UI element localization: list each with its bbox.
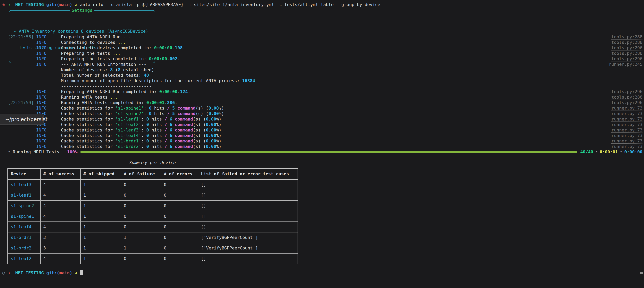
text-segment: Cache statistics for bbox=[61, 133, 115, 138]
text-segment: → bbox=[8, 270, 10, 275]
table-cell: 0 bbox=[161, 243, 198, 253]
log-gap bbox=[34, 105, 36, 111]
text-segment: 0 bbox=[146, 127, 149, 132]
log-timestamp bbox=[8, 51, 34, 56]
text-segment: / bbox=[164, 133, 167, 138]
log-gap bbox=[34, 40, 36, 45]
text-segment: ✗ bbox=[75, 2, 77, 7]
log-level: INFO bbox=[36, 62, 61, 67]
log-timestamp bbox=[8, 62, 34, 67]
log-level: INFO bbox=[36, 56, 61, 62]
source-ref-link[interactable]: runner.py:73 bbox=[611, 144, 642, 149]
text-segment: %) bbox=[216, 144, 222, 149]
log-message: Connecting to devices ... bbox=[61, 40, 611, 45]
source-ref-link[interactable]: tools.py:296 bbox=[611, 56, 642, 62]
log-row: INFORunning ANTA tests ...tools.py:288 bbox=[0, 94, 644, 100]
text-segment: Cache statistics for bbox=[61, 117, 115, 121]
text-segment: ... bbox=[110, 95, 118, 100]
source-ref-link[interactable]: tools.py:288 bbox=[611, 34, 642, 40]
text-segment: %) bbox=[216, 133, 222, 138]
source-ref-link[interactable]: tools.py:296 bbox=[611, 45, 642, 51]
source-ref-link[interactable]: tools.py:296 bbox=[611, 89, 642, 94]
log-timestamp bbox=[8, 138, 34, 144]
table-cell: 0 bbox=[121, 179, 161, 190]
log-row: ----------------------------------- bbox=[0, 84, 644, 89]
table-cell: 1 bbox=[80, 201, 121, 211]
source-ref-link[interactable]: tools.py:288 bbox=[611, 51, 642, 56]
text-segment bbox=[172, 127, 175, 132]
source-ref-link[interactable]: runner.py:73 bbox=[611, 122, 642, 127]
settings-panel-title: Settings bbox=[70, 8, 94, 13]
text-segment: / bbox=[167, 111, 170, 116]
log-level: INFO bbox=[36, 100, 61, 105]
text-segment: . bbox=[183, 45, 185, 50]
text-segment: ✗ bbox=[75, 270, 77, 275]
text-segment: 's1-leaf4' bbox=[115, 133, 141, 138]
text-segment: command bbox=[175, 127, 193, 132]
text-segment: hits bbox=[149, 138, 164, 143]
text-segment: 8 bbox=[110, 67, 113, 72]
text-segment: ... bbox=[118, 40, 126, 45]
table-row: s1-spine24100[] bbox=[8, 201, 298, 211]
table-cell: ['VerifyBGPPeerCount'] bbox=[198, 232, 298, 243]
text-segment: main bbox=[59, 2, 70, 7]
log-message: --- ANTA NRFU Run Information --- bbox=[61, 62, 609, 67]
source-ref-link[interactable]: tools.py:288 bbox=[611, 40, 642, 45]
source-ref-link[interactable]: runner.py:73 bbox=[611, 127, 642, 133]
progress-elapsed-time: 0:00:01 bbox=[600, 149, 618, 155]
log-gap bbox=[34, 144, 36, 149]
text-segment: 's1-spine2' bbox=[115, 111, 144, 116]
table-cell: 4 bbox=[40, 179, 80, 190]
text-segment: Connecting to devices bbox=[61, 40, 118, 45]
table-cell: 0 bbox=[161, 179, 198, 190]
text-segment: command bbox=[175, 133, 193, 138]
table-row: s1-leaf14100[] bbox=[8, 190, 298, 201]
source-ref-link[interactable]: runner.py:245 bbox=[609, 62, 642, 67]
device-name-cell: s1-leaf1 bbox=[8, 190, 40, 201]
text-segment: 0:00:00 bbox=[159, 89, 178, 94]
scrolled-prompt-line: ○ → NET_TESTING git:(main) ✗ bbox=[0, 0, 644, 2]
source-ref-link[interactable]: runner.py:73 bbox=[611, 138, 642, 144]
device-name-cell: s1-leaf3 bbox=[8, 179, 40, 190]
text-segment: 002 bbox=[170, 56, 178, 61]
source-ref-link[interactable]: tools.py:288 bbox=[611, 94, 642, 100]
source-ref-link[interactable]: tools.py:296 bbox=[611, 100, 642, 105]
log-message: Preparing the tests completed in: 0:00:0… bbox=[61, 56, 611, 62]
text-segment: anta nrfu -u arista -p ${LABPASSPHRASE} … bbox=[77, 2, 380, 7]
log-level: INFO bbox=[36, 127, 61, 133]
table-cell: 1 bbox=[80, 253, 121, 264]
log-row: INFO--- ANTA NRFU Run Information ---run… bbox=[0, 62, 644, 67]
text-segment: 0 bbox=[146, 138, 149, 143]
table-cell: 1 bbox=[121, 232, 161, 243]
text-segment: --- ANTA NRFU Run Information --- bbox=[61, 62, 146, 67]
log-level: INFO bbox=[36, 138, 61, 144]
text-segment: : bbox=[141, 117, 146, 121]
source-ref-link[interactable]: runner.py:73 bbox=[611, 133, 642, 138]
log-timestamp bbox=[8, 45, 34, 51]
text-segment: %) bbox=[216, 127, 222, 132]
prompt-line-bottom[interactable]: ○ → NET_TESTING git:(main) ✗ bbox=[0, 270, 644, 276]
text-segment: 0 bbox=[146, 122, 149, 127]
text-segment: . bbox=[172, 45, 175, 50]
text-segment: NET_TESTING bbox=[15, 270, 46, 275]
text-segment: hits bbox=[149, 117, 164, 121]
text-segment: Number of devices: bbox=[61, 67, 110, 72]
text-segment: 0 bbox=[146, 133, 149, 138]
log-gap bbox=[34, 94, 36, 100]
scrollbar-thumb[interactable] bbox=[640, 272, 643, 274]
terminal-cursor[interactable] bbox=[80, 270, 83, 275]
text-segment: : bbox=[144, 111, 149, 116]
text-segment: 0 bbox=[146, 117, 149, 121]
text-segment: / bbox=[164, 127, 167, 132]
progress-separator-1: • bbox=[593, 149, 600, 155]
terminal-window[interactable]: ○ → NET_TESTING git:(main) ✗ ⊗ → NET_TES… bbox=[0, 0, 644, 288]
log-timestamp bbox=[8, 78, 34, 84]
text-segment: ( bbox=[113, 67, 118, 72]
source-ref-link[interactable]: runner.py:73 bbox=[611, 105, 642, 111]
text-segment: Cache statistics for bbox=[61, 122, 115, 127]
source-ref-link[interactable]: runner.py:73 bbox=[611, 111, 642, 116]
log-timestamp bbox=[8, 40, 34, 45]
summary-table: Device# of success# of skipped# of failu… bbox=[8, 168, 298, 264]
log-row: INFOPreparing ANTA NRFU Run completed in… bbox=[0, 89, 644, 94]
source-ref-link[interactable]: runner.py:73 bbox=[611, 116, 642, 122]
